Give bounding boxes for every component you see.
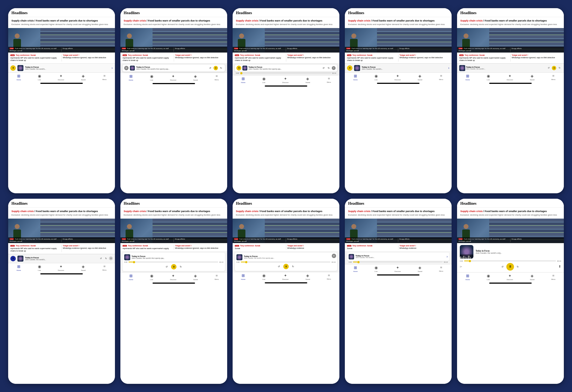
- forward-button-2[interactable]: ↻: [219, 66, 223, 70]
- nav-saved-8[interactable]: ◈ Saved: [305, 273, 310, 280]
- nav-menu-3[interactable]: ≡ Menu: [327, 76, 331, 83]
- audio-full-8[interactable]: ✕ Today in Focus John Cavello: the world…: [233, 252, 339, 272]
- nav-live-7[interactable]: ◉ Live: [150, 274, 153, 280]
- nav-discover-4[interactable]: ✦ Discover: [394, 74, 401, 81]
- nav-menu-6[interactable]: ≡ Menu: [102, 264, 107, 271]
- nav-discover-2[interactable]: ✦ Discover: [170, 74, 176, 81]
- pause-button-5[interactable]: ⏸: [552, 66, 556, 70]
- nav-menu-5[interactable]: ≡ Menu: [551, 74, 555, 81]
- nav-menu-10[interactable]: ≡ Menu: [551, 274, 555, 280]
- nav-saved-3[interactable]: ◈ Saved: [305, 76, 310, 83]
- fwd-btn-5[interactable]: ↻: [557, 66, 562, 70]
- nav-discover-8[interactable]: ✦ Discover: [282, 273, 288, 280]
- pause-btn-10[interactable]: ⏸: [506, 263, 514, 271]
- audio-bar-1[interactable]: ⏸ Today in Focus John Cavello: the world…: [8, 63, 115, 72]
- fwd-btn-7[interactable]: ↻: [179, 265, 183, 269]
- rewind-btn-8[interactable]: ↺: [277, 264, 281, 269]
- chevron-right-4[interactable]: ›: [448, 66, 449, 70]
- progress-bar-8[interactable]: [241, 262, 330, 262]
- audio-popup-2[interactable]: ✕ Today in Focus John Cavello: the world…: [120, 63, 227, 73]
- nav-live-10[interactable]: ◉ Live: [487, 274, 490, 280]
- nav-live-1[interactable]: ◉ Live: [38, 74, 41, 81]
- audio-bar-5[interactable]: Today in Focus John Cavello: the world's…: [457, 63, 564, 72]
- nav-saved-5[interactable]: ◈ Saved: [530, 74, 534, 81]
- nav-menu-2[interactable]: ≡ Menu: [215, 74, 219, 81]
- forward-button-1[interactable]: ›: [111, 66, 113, 70]
- audio-expanded-7[interactable]: Today in Focus John Cavello: the world's…: [120, 252, 227, 272]
- nav-menu-4[interactable]: ≡ Menu: [439, 74, 443, 81]
- pause-btn-8[interactable]: ⏸: [283, 264, 289, 269]
- rewind-button-3[interactable]: ↺: [321, 66, 326, 70]
- close-button-8[interactable]: ✕: [332, 254, 336, 258]
- nav-live-6[interactable]: ◉ Live: [38, 264, 41, 271]
- nav-saved-6[interactable]: ◈ Saved: [81, 264, 86, 271]
- nav-discover-10[interactable]: ✦ Discover: [507, 274, 513, 280]
- audio-popup-3[interactable]: ⏸ Today in Focus John Cavello: the world…: [233, 63, 339, 75]
- fwd-btn-8[interactable]: ↻: [291, 264, 295, 269]
- nav-menu-8[interactable]: ≡ Menu: [327, 273, 331, 280]
- nav-discover-9[interactable]: ✦ Discover: [394, 265, 401, 272]
- rewind-btn-6[interactable]: ↺: [99, 256, 103, 261]
- nav-discover-5[interactable]: ✦ Discover: [507, 74, 513, 81]
- pause-button-6[interactable]: ⏸: [10, 256, 16, 261]
- nav-saved-2[interactable]: ◈ Saved: [193, 74, 198, 81]
- nav-home-5[interactable]: ⊞ Home: [465, 74, 470, 81]
- nav-discover-7[interactable]: ✦ Discover: [170, 274, 176, 280]
- fwd-btn-10[interactable]: ↻: [516, 265, 520, 269]
- close-button-3[interactable]: ✕: [332, 66, 336, 70]
- live-icon-6: ◉: [38, 264, 41, 269]
- nav-menu-1[interactable]: ≡ Menu: [102, 74, 107, 81]
- pause-btn-7[interactable]: ⏸: [171, 264, 177, 270]
- audio-bar-4[interactable]: ⏸ Today in Focus John Cavello: the world…: [345, 63, 452, 72]
- nav-saved-9[interactable]: ◈ Saved: [418, 265, 422, 272]
- progress-bar-9[interactable]: [353, 262, 443, 262]
- pause-button-4[interactable]: ⏸: [347, 65, 352, 71]
- nav-home-10[interactable]: ⊞ Home: [465, 274, 470, 280]
- rewind-button-2[interactable]: ↺: [208, 66, 212, 70]
- nav-live-5[interactable]: ◉ Live: [487, 74, 490, 81]
- nav-home-2[interactable]: ⊞ Home: [129, 74, 133, 81]
- nav-discover-6[interactable]: ✦ Discover: [58, 264, 64, 271]
- progress-bar-10[interactable]: [464, 261, 556, 261]
- pause-button-1[interactable]: ⏸: [10, 65, 16, 71]
- pause-button-3[interactable]: ⏸: [236, 66, 241, 71]
- nav-home-6[interactable]: ⊞ Home: [17, 264, 21, 271]
- nav-home-1[interactable]: ⊞ Home: [17, 74, 21, 81]
- progress-bar-3[interactable]: [240, 73, 331, 74]
- close-button-2[interactable]: ✕: [124, 66, 129, 70]
- chevron-right-9[interactable]: ›: [446, 255, 448, 259]
- nav-saved-7[interactable]: ◈ Saved: [193, 274, 198, 280]
- audio-bar-9[interactable]: Today in Focus John Cavello: the world's…: [345, 252, 452, 264]
- app-header-3: Headlines: [233, 8, 339, 17]
- nav-live-2[interactable]: ◉ Live: [150, 74, 153, 81]
- nav-menu-7[interactable]: ≡ Menu: [215, 274, 219, 280]
- close-button-6[interactable]: ✕: [109, 256, 113, 260]
- rewind-btn-7[interactable]: ↺: [165, 265, 169, 269]
- nav-home-8[interactable]: ⊞ Home: [241, 273, 245, 280]
- nav-saved-1[interactable]: ◈ Saved: [81, 74, 86, 81]
- nav-live-3[interactable]: ◉ Live: [262, 76, 266, 83]
- fwd-btn-6[interactable]: ↻: [104, 256, 108, 261]
- audio-bar-6[interactable]: ⏸ Today in Focus John Cavello: the world…: [8, 254, 115, 263]
- nav-discover-1[interactable]: ✦ Discover: [58, 74, 64, 81]
- nav-home-9[interactable]: ⊞ Home: [353, 265, 358, 272]
- full-audio-player-10[interactable]: Today in Focus Josh Cavallo: the world's…: [457, 243, 564, 272]
- fwd-button-3[interactable]: ↻: [327, 66, 331, 70]
- pause-button-2[interactable]: ⏸: [214, 66, 218, 70]
- nav-live-8[interactable]: ◉ Live: [262, 273, 266, 280]
- share-btn-10[interactable]: ⬆: [558, 265, 561, 269]
- nav-home-3[interactable]: ⊞ Home: [241, 76, 245, 83]
- nav-menu-9[interactable]: ≡ Menu: [439, 265, 443, 272]
- nav-home-7[interactable]: ⊞ Home: [129, 274, 133, 280]
- rewind-btn-5[interactable]: ↺: [546, 66, 551, 70]
- nav-discover-3[interactable]: ✦ Discover: [282, 76, 288, 83]
- nav-saved-4[interactable]: ◈ Saved: [418, 74, 422, 81]
- speed-control-10[interactable]: 1×: [460, 266, 462, 268]
- nav-live-4[interactable]: ◉ Live: [375, 74, 378, 81]
- progress-bar-7[interactable]: [129, 262, 218, 262]
- rewind-btn-10[interactable]: ↺: [500, 265, 505, 269]
- article-tag-5: Supply chain crisis / Food banks warn of…: [460, 19, 561, 22]
- nav-live-9[interactable]: ◉ Live: [375, 265, 378, 272]
- nav-saved-10[interactable]: ◈ Saved: [530, 274, 534, 280]
- nav-home-4[interactable]: ⊞ Home: [353, 74, 358, 81]
